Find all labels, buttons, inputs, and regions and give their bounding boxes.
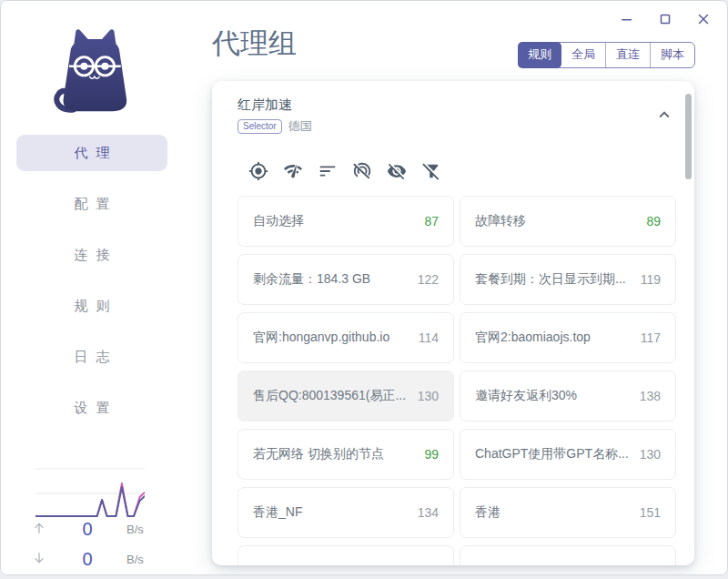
proxy-item[interactable]: 官网:honganvp.github.io114 xyxy=(238,312,454,363)
proxy-name: 香港 xyxy=(475,504,632,521)
proxy-delay: 130 xyxy=(640,447,661,462)
minimize-icon xyxy=(619,11,635,27)
sidebar-item-代理[interactable]: 代理 xyxy=(16,135,167,171)
traffic-graph xyxy=(35,460,145,522)
proxy-delay: 130 xyxy=(418,389,439,403)
window-controls xyxy=(618,10,713,28)
close-icon xyxy=(695,11,712,27)
proxy-item[interactable]: 香港151 xyxy=(460,487,676,538)
upload-speed-row: 0 B/s xyxy=(32,518,156,540)
app-window: 代理配置连接规则日志设置 0 B/s 0 B/s 代理组 规则全局直连脚本 红岸… xyxy=(0,0,728,575)
proxy-delay: 119 xyxy=(641,272,661,287)
proxy-mode-tabs: 规则全局直连脚本 xyxy=(518,42,695,68)
group-current-node: 德国 xyxy=(288,118,312,135)
mode-tab-全局[interactable]: 全局 xyxy=(561,43,605,67)
sidebar-item-设置[interactable]: 设置 xyxy=(16,390,167,426)
proxy-name: 自动选择 xyxy=(253,213,417,229)
upload-speed-value: 0 xyxy=(48,519,126,540)
proxy-item[interactable]: ChatGPT使用带GPT名称...130 xyxy=(460,429,676,480)
mode-tab-直连[interactable]: 直连 xyxy=(605,43,650,67)
proxy-item[interactable] xyxy=(238,545,454,565)
group-toolbar xyxy=(248,161,441,181)
proxy-group-card: 红岸加速 Selector 德国 自动选择87故障转移89剩余流量：184.3 … xyxy=(212,81,694,565)
proxy-delay: 114 xyxy=(419,330,439,345)
scrollbar-thumb[interactable] xyxy=(685,94,692,179)
page-title: 代理组 xyxy=(212,25,297,63)
proxy-name: ChatGPT使用带GPT名称... xyxy=(475,446,632,462)
mode-tab-规则[interactable]: 规则 xyxy=(518,42,561,68)
proxy-delay: 89 xyxy=(646,214,661,229)
proxy-item[interactable]: 套餐到期：次日显示到期...119 xyxy=(460,254,676,305)
group-type-badge: Selector xyxy=(238,119,282,134)
sidebar-item-配置[interactable]: 配置 xyxy=(16,186,167,222)
close-button[interactable] xyxy=(694,10,713,28)
minimize-button[interactable] xyxy=(618,10,636,28)
collapse-group-button[interactable] xyxy=(652,103,676,127)
proxy-delay: 99 xyxy=(424,447,439,462)
sidebar-nav: 代理配置连接规则日志设置 xyxy=(1,135,183,441)
proxy-name: 官网2:baomiaojs.top xyxy=(475,330,633,346)
proxy-item[interactable]: 香港_NF134 xyxy=(238,487,454,538)
main-panel: 代理组 规则全局直连脚本 红岸加速 Selector 德国 自动选择87故障转移… xyxy=(183,1,727,574)
proxy-delay: 122 xyxy=(418,272,439,287)
filter-alt-off-icon[interactable] xyxy=(421,161,441,181)
chevron-up-icon xyxy=(654,105,674,125)
group-subtitle: Selector 德国 xyxy=(238,118,312,135)
proxy-item[interactable]: 官网2:baomiaojs.top117 xyxy=(460,312,676,363)
proxy-name: 剩余流量：184.3 GB xyxy=(253,271,410,288)
proxy-item[interactable] xyxy=(460,545,676,565)
proxy-delay: 87 xyxy=(424,214,439,229)
sort-icon[interactable] xyxy=(318,161,338,181)
download-line xyxy=(35,483,145,516)
proxy-delay: 151 xyxy=(640,505,661,520)
proxy-name: 套餐到期：次日显示到期... xyxy=(475,271,633,288)
download-speed-value: 0 xyxy=(48,549,126,570)
proxy-name: 香港_NF xyxy=(253,504,410,521)
proxy-grid: 自动选择87故障转移89剩余流量：184.3 GB122套餐到期：次日显示到期.… xyxy=(238,196,676,565)
proxy-name: 故障转移 xyxy=(475,213,639,229)
network-check-icon[interactable] xyxy=(283,161,303,181)
sidebar-item-日志[interactable]: 日志 xyxy=(16,339,167,375)
locate-icon[interactable] xyxy=(248,161,268,181)
proxy-delay: 138 xyxy=(640,389,661,403)
proxy-item[interactable]: 邀请好友返利30%138 xyxy=(460,371,676,422)
download-speed-row: 0 B/s xyxy=(32,548,156,570)
proxy-delay: 134 xyxy=(418,505,439,520)
maximize-icon xyxy=(657,11,673,27)
arrow-up-icon xyxy=(32,521,48,537)
upload-speed-unit: B/s xyxy=(126,523,156,536)
proxy-item[interactable]: 若无网络 切换别的节点99 xyxy=(238,429,454,480)
proxy-name: 售后QQ:800139561(易正... xyxy=(253,388,410,404)
mode-tab-脚本[interactable]: 脚本 xyxy=(650,43,694,67)
sidebar-item-规则[interactable]: 规则 xyxy=(16,288,167,324)
proxy-item[interactable]: 售后QQ:800139561(易正...130 xyxy=(238,371,454,422)
visibility-off-icon[interactable] xyxy=(387,161,407,181)
wifi-tethering-off-icon[interactable] xyxy=(352,161,372,181)
arrow-down-icon xyxy=(32,551,48,567)
sidebar-item-连接[interactable]: 连接 xyxy=(16,237,167,273)
clash-cat-logo xyxy=(48,21,136,123)
proxy-name: 官网:honganvp.github.io xyxy=(253,330,411,346)
proxy-item[interactable]: 自动选择87 xyxy=(238,196,454,247)
proxy-name: 若无网络 切换别的节点 xyxy=(253,446,417,462)
proxy-delay: 117 xyxy=(641,330,661,345)
maximize-button[interactable] xyxy=(656,10,674,28)
group-name: 红岸加速 xyxy=(238,96,292,114)
proxy-item[interactable]: 剩余流量：184.3 GB122 xyxy=(238,254,454,305)
proxy-item[interactable]: 故障转移89 xyxy=(460,196,676,247)
download-speed-unit: B/s xyxy=(126,553,156,566)
upload-line xyxy=(35,487,145,516)
sidebar: 代理配置连接规则日志设置 0 B/s 0 B/s xyxy=(1,1,183,574)
proxy-name: 邀请好友返利30% xyxy=(475,388,632,404)
